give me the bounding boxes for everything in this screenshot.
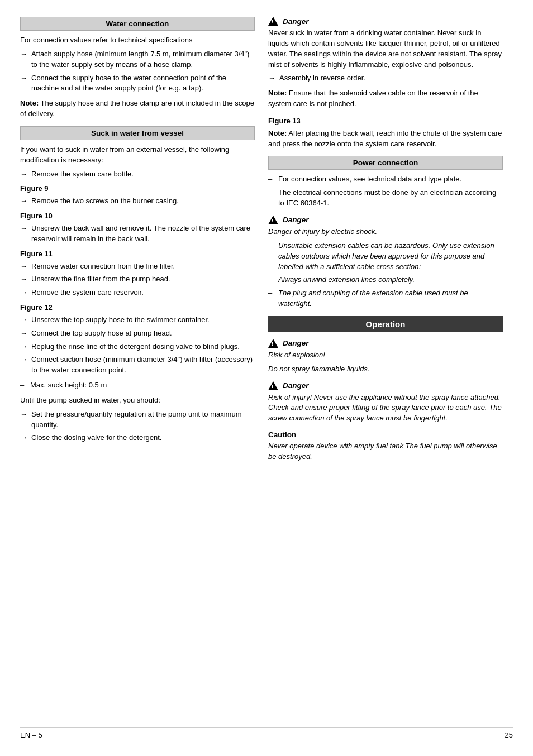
list-item: Remove the two screws on the burner casi… [20, 196, 255, 207]
list-item: Replug the rinse line of the detergent d… [20, 342, 255, 352]
until-text: Until the pump sucked in water, you shou… [20, 395, 255, 406]
list-item: Assembly in reverse order. [268, 73, 503, 84]
danger4-label: Danger [283, 381, 309, 390]
list-item: Unscrew the fine filter from the pump he… [20, 274, 255, 285]
danger2-list: Unsuitable extension cables can be hazar… [268, 241, 503, 309]
figure12-label: Figure 12 [20, 303, 255, 313]
note-label: Note: [268, 129, 287, 137]
suck-remove-list: Remove the system care bottle. [20, 169, 255, 180]
danger3-section: Danger Risk of explosion! Do not spray f… [268, 339, 503, 375]
figure12-dash-list: Max. suck height: 0.5 m [20, 380, 255, 391]
two-column-layout: Water connection For connection values r… [20, 17, 513, 716]
list-item: Unscrew the back wall and remove it. The… [20, 223, 255, 245]
caution-label: Caution [268, 430, 296, 439]
suck-in-water-intro: If you want to suck in water from an ext… [20, 145, 255, 166]
figure11-list: Remove water connection from the fine fi… [20, 261, 255, 299]
note-text: After placing the back wall, reach into … [268, 129, 502, 148]
water-connection-intro: For connection values refer to technical… [20, 35, 255, 46]
figure11-label: Figure 11 [20, 249, 255, 260]
left-column: Water connection For connection values r… [20, 17, 255, 716]
list-item: Remove water connection from the fine fi… [20, 261, 255, 272]
right-column: Danger Never suck in water from a drinki… [268, 17, 503, 716]
danger4-title: Danger [268, 381, 503, 390]
figure9-label: Figure 9 [20, 184, 255, 194]
water-connection-header: Water connection [20, 17, 255, 31]
danger3-sub2: Do not spray flammable liquids. [268, 364, 503, 375]
list-item: Connect suction hose (minimum diameter 3… [20, 355, 255, 376]
danger1-label: Danger [283, 17, 309, 26]
danger4-section: Danger Risk of injury! Never use the app… [268, 381, 503, 424]
list-item: Set the pressure/quantity regulation at … [20, 409, 255, 430]
list-item: Max. suck height: 0.5 m [20, 380, 255, 391]
suck-in-water-section: Suck in water from vessel If you want to… [20, 126, 255, 443]
footer-left: EN – 5 [20, 731, 42, 739]
list-item: Connect the top supply hose at pump head… [20, 328, 255, 339]
operation-header: Operation [268, 316, 503, 332]
danger4-text: Risk of injury! Never use the appliance … [268, 393, 503, 424]
water-connection-note: Note: The supply hose and the hose clamp… [20, 98, 255, 119]
danger3-label: Danger [283, 339, 309, 347]
warning-icon [268, 17, 278, 26]
danger2-section: Danger Danger of injury by electric shoc… [268, 216, 503, 309]
list-item: Remove the system care bottle. [20, 169, 255, 180]
figure10-label: Figure 10 [20, 211, 255, 222]
footer-right: 25 [505, 731, 513, 739]
note-text: The supply hose and the hose clamp are n… [20, 99, 254, 118]
note-text: Ensure that the solenoid valve cable on … [268, 89, 478, 108]
list-item: Remove the system care reservoir. [20, 288, 255, 298]
figure13-label: Figure 13 [268, 116, 503, 127]
caution-text: Never operate device with empty fuel tan… [268, 441, 503, 462]
page: Water connection For connection values r… [0, 0, 533, 756]
list-item: Unsuitable extension cables can be hazar… [268, 241, 503, 272]
power-connection-section: Power connection For connection values, … [268, 156, 503, 209]
figure10-list: Unscrew the back wall and remove it. The… [20, 223, 255, 245]
operation-section: Operation [268, 316, 503, 332]
page-footer: EN – 5 25 [20, 727, 513, 739]
figure13-note: Note: After placing the back wall, reach… [268, 128, 503, 150]
power-connection-list: For connection values, see technical dat… [268, 174, 503, 209]
figure9-list: Remove the two screws on the burner casi… [20, 196, 255, 207]
list-item: Unscrew the top supply hose to the swimm… [20, 315, 255, 326]
list-item: Always unwind extension lines completely… [268, 275, 503, 285]
warning-icon [268, 339, 278, 348]
danger2-title: Danger [268, 216, 503, 224]
danger3-title: Danger [268, 339, 503, 348]
danger1-text: Never suck in water from a drinking wate… [268, 28, 503, 70]
note-label: Note: [20, 99, 39, 107]
list-item: The plug and coupling of the extension c… [268, 288, 503, 309]
caution-title: Caution [268, 430, 503, 439]
caution-section: Caution Never operate device with empty … [268, 430, 503, 462]
until-list: Set the pressure/quantity regulation at … [20, 409, 255, 444]
warning-icon [268, 381, 278, 390]
danger1-title: Danger [268, 17, 503, 26]
water-connection-list: Attach supply hose (minimum length 7.5 m… [20, 49, 255, 94]
list-item: Close the dosing valve for the detergent… [20, 433, 255, 443]
list-item: Attach supply hose (minimum length 7.5 m… [20, 49, 255, 70]
warning-icon [268, 216, 278, 224]
water-connection-section: Water connection For connection values r… [20, 17, 255, 119]
figure12-arrow-list: Unscrew the top supply hose to the swimm… [20, 315, 255, 376]
danger2-subtitle: Danger of injury by electric shock. [268, 227, 503, 237]
list-item: Connect the supply hose to the water con… [20, 73, 255, 94]
power-connection-header: Power connection [268, 156, 503, 170]
note-label: Note: [268, 89, 287, 97]
list-item: For connection values, see technical dat… [268, 174, 503, 185]
suck-in-water-header: Suck in water from vessel [20, 126, 255, 140]
danger1-section: Danger Never suck in water from a drinki… [268, 17, 503, 109]
danger2-label: Danger [283, 216, 309, 224]
danger1-arrow-list: Assembly in reverse order. [268, 73, 503, 84]
danger1-note: Note: Ensure that the solenoid valve cab… [268, 88, 503, 109]
list-item: The electrical connections must be done … [268, 188, 503, 209]
danger3-sub1: Risk of explosion! [268, 350, 503, 361]
figure13-section: Figure 13 Note: After placing the back w… [268, 116, 503, 150]
